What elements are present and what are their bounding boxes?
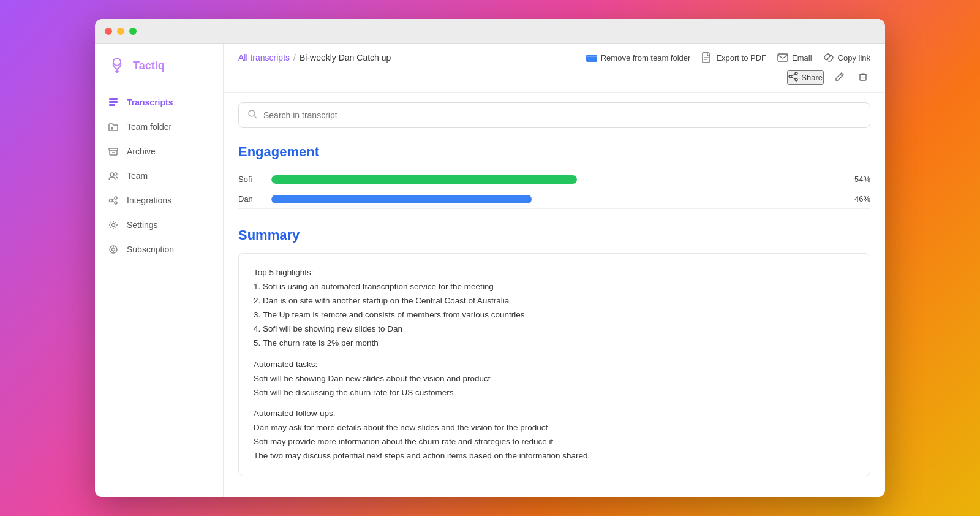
svg-rect-26: [778, 54, 788, 61]
breadcrumb-link[interactable]: All transcripts: [238, 53, 290, 63]
trash-icon: [858, 72, 868, 83]
sidebar-item-team[interactable]: Team: [95, 164, 223, 188]
highlights-label: Top 5 highlights:: [254, 268, 314, 277]
engagement-bar-dan: [271, 195, 837, 203]
remove-team-folder-label: Remove from team folder: [601, 53, 691, 63]
subscription-icon: [107, 243, 119, 256]
svg-point-28: [795, 72, 797, 75]
copy-link-button[interactable]: Copy link: [823, 52, 870, 63]
automated-followup-3: The two may discuss potential next steps…: [254, 451, 590, 460]
highlight-3: 3. The Up team is remote and consists of…: [254, 310, 524, 319]
summary-text: Top 5 highlights: 1. Sofi is using an au…: [254, 266, 855, 463]
breadcrumb: All transcripts / Bi-weekly Dan Catch up: [238, 53, 391, 63]
svg-line-15: [113, 199, 115, 200]
sidebar-item-subscription[interactable]: Subscription: [95, 237, 223, 262]
link-icon: [823, 52, 834, 63]
breadcrumb-current: Bi-weekly Dan Catch up: [300, 53, 391, 63]
sidebar-nav: Transcripts Team folder: [95, 90, 223, 262]
email-icon: [777, 52, 788, 63]
logo-icon: [107, 56, 127, 75]
svg-line-31: [791, 74, 795, 76]
share-button[interactable]: Share: [787, 70, 824, 85]
sidebar-item-label: Team folder: [127, 122, 172, 132]
sidebar-item-archive[interactable]: Archive: [95, 139, 223, 164]
engagement-table: Sofi 54% Dan 46%: [238, 170, 870, 209]
sidebar-item-team-folder[interactable]: Team folder: [95, 115, 223, 139]
logo-area: Tactiq: [95, 56, 223, 90]
participant-name-sofi: Sofi: [238, 175, 263, 184]
sidebar-item-label: Settings: [127, 220, 158, 230]
window-maximize-button[interactable]: [129, 28, 137, 35]
svg-point-11: [115, 173, 117, 175]
svg-rect-22: [586, 55, 597, 62]
archive-icon: [107, 145, 119, 157]
edit-button[interactable]: [832, 69, 847, 86]
list-icon: [107, 96, 119, 108]
window-close-button[interactable]: [105, 28, 112, 35]
svg-rect-34: [860, 75, 866, 80]
export-pdf-label: Export to PDF: [716, 53, 766, 63]
bar-fill-dan: [271, 195, 532, 203]
folder-icon: [107, 121, 119, 133]
automated-task-2: Sofi will be discussing the churn rate f…: [254, 388, 453, 397]
sidebar-item-label: Team: [127, 171, 148, 181]
pdf-icon: [701, 52, 712, 63]
sidebar-item-label: Subscription: [127, 245, 174, 254]
copy-link-label: Copy link: [838, 53, 870, 63]
integrations-icon: [107, 194, 119, 207]
automated-tasks-label: Automated tasks:: [254, 360, 317, 369]
sidebar-item-transcripts[interactable]: Transcripts: [95, 90, 223, 115]
automated-followup-2: Sofi may provide more information about …: [254, 437, 553, 446]
highlight-4: 4. Sofi will be showing new slides to Da…: [254, 324, 402, 333]
svg-line-27: [827, 56, 830, 59]
logo-text: Tactiq: [133, 59, 165, 72]
email-label: Email: [792, 53, 812, 63]
sidebar-item-settings[interactable]: Settings: [95, 213, 223, 237]
svg-point-13: [115, 197, 117, 199]
delete-button[interactable]: [856, 69, 870, 86]
engagement-title: Engagement: [238, 144, 870, 160]
settings-icon: [107, 219, 119, 231]
breadcrumb-separator: /: [293, 53, 296, 63]
highlights-block: Top 5 highlights: 1. Sofi is using an au…: [254, 266, 855, 351]
search-input[interactable]: [263, 110, 861, 120]
sidebar-item-label: Integrations: [127, 195, 172, 205]
remove-team-folder-button[interactable]: Remove from team folder: [586, 52, 691, 63]
content-area: Engagement Sofi 54% Dan: [224, 138, 885, 497]
svg-line-39: [254, 116, 257, 118]
svg-rect-3: [109, 98, 118, 100]
automated-followup-1: Dan may ask for more details about the n…: [254, 423, 548, 432]
svg-point-0: [113, 58, 121, 66]
svg-point-19: [112, 248, 115, 251]
engagement-section: Engagement Sofi 54% Dan: [238, 144, 870, 209]
sidebar-item-integrations[interactable]: Integrations: [95, 188, 223, 213]
svg-point-14: [115, 202, 117, 204]
svg-rect-4: [109, 101, 118, 103]
highlight-1: 1. Sofi is using an automated transcript…: [254, 282, 494, 291]
search-icon: [247, 109, 257, 121]
engagement-percent-dan: 46%: [846, 194, 870, 203]
svg-line-16: [113, 201, 115, 202]
sidebar-item-label: Transcripts: [127, 97, 173, 107]
main-content: All transcripts / Bi-weekly Dan Catch up: [224, 44, 885, 497]
automated-tasks-block: Automated tasks: Sofi will be showing Da…: [254, 358, 855, 400]
svg-point-6: [111, 127, 113, 129]
summary-section: Summary Top 5 highlights: 1. Sofi is usi…: [238, 227, 870, 476]
svg-point-29: [789, 75, 791, 78]
summary-box: Top 5 highlights: 1. Sofi is using an au…: [238, 253, 870, 476]
export-pdf-button[interactable]: Export to PDF: [701, 52, 766, 63]
window-minimize-button[interactable]: [117, 28, 124, 35]
svg-point-30: [795, 78, 797, 81]
share-label: Share: [801, 73, 823, 82]
svg-line-33: [840, 74, 842, 76]
participant-name-dan: Dan: [238, 194, 263, 203]
engagement-bar-sofi: [271, 175, 837, 184]
automated-followups-label: Automated follow-ups:: [254, 409, 336, 418]
highlight-5: 5. The churn rate is 2% per month: [254, 338, 379, 347]
email-button[interactable]: Email: [777, 52, 812, 63]
engagement-row-sofi: Sofi 54%: [238, 170, 870, 189]
automated-followups-block: Automated follow-ups: Dan may ask for mo…: [254, 407, 855, 463]
topbar: All transcripts / Bi-weekly Dan Catch up: [224, 44, 885, 93]
search-box: [238, 102, 870, 128]
engagement-percent-sofi: 54%: [846, 175, 870, 184]
